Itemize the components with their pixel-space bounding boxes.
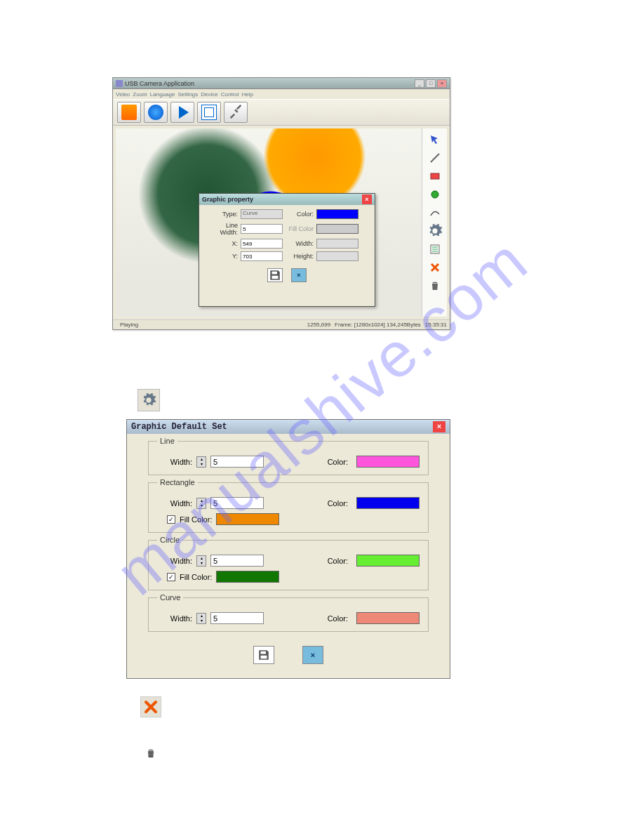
play-icon [179, 106, 189, 119]
property-close-button[interactable]: × [362, 194, 372, 204]
default-close-button[interactable]: × [433, 421, 445, 432]
circle-width-spinner[interactable]: ▴▾ [196, 555, 206, 567]
floppy-icon [269, 269, 281, 282]
curve-width-input[interactable] [210, 612, 264, 624]
color-swatch[interactable] [316, 209, 358, 219]
rectangle-fill-checkbox[interactable]: ✓ [167, 515, 175, 524]
rectangle-width-spinner[interactable]: ▴▾ [196, 498, 206, 509]
rectangle-width-input[interactable] [210, 497, 264, 509]
minimize-button[interactable]: _ [415, 79, 424, 88]
menu-settings[interactable]: Settings [177, 91, 198, 98]
preview-area[interactable]: Graphic property × Type: Curve Color: Li… [116, 128, 422, 317]
circle-fill-checkbox[interactable]: ✓ [167, 573, 175, 581]
table-icon [201, 105, 217, 120]
rectangle-color-swatch[interactable] [356, 497, 420, 509]
width-label: Width: [286, 240, 314, 247]
properties-tool-button[interactable] [427, 242, 443, 256]
menu-language[interactable]: Language [150, 91, 175, 98]
toolbar-table-button[interactable] [197, 102, 221, 123]
titlebar: USB Camera Application _ □ × [113, 78, 450, 89]
line-fieldset: Line Width: ▴▾ Color: [148, 441, 429, 475]
fillcolor-swatch [316, 224, 358, 234]
status-playing: Playing [120, 322, 138, 328]
curve-tool-button[interactable] [427, 206, 443, 220]
line-color-label: Color: [328, 458, 348, 466]
menu-zoom[interactable]: Zoom [133, 91, 147, 98]
line-tool-button[interactable] [427, 151, 443, 165]
maximize-button[interactable]: □ [426, 79, 436, 88]
rectangle-tool-button[interactable] [427, 169, 443, 183]
x-icon [143, 699, 159, 715]
rectangle-fill-swatch[interactable] [216, 513, 279, 525]
linewidth-input[interactable] [241, 224, 283, 234]
line-width-input[interactable] [210, 456, 264, 468]
curve-color-swatch[interactable] [356, 612, 420, 624]
curve-icon [429, 207, 441, 218]
type-field: Curve [241, 209, 283, 219]
height-input [316, 251, 358, 261]
default-save-button[interactable] [253, 646, 274, 664]
curve-width-spinner[interactable]: ▴▾ [196, 613, 206, 624]
property-title: Graphic property [202, 196, 253, 203]
y-input[interactable] [241, 251, 283, 261]
toolbar-record-button[interactable] [144, 102, 168, 123]
line-width-label: Width: [157, 458, 192, 466]
circle-fieldset: Circle Width: ▴▾ Color: ✓ Fill Color: [148, 540, 429, 590]
rectangle-legend: Rectangle [157, 478, 198, 486]
video-icon [148, 105, 163, 120]
svg-point-1 [431, 191, 438, 198]
close-button[interactable]: × [437, 79, 447, 88]
status-coords: 1255,699 [307, 322, 330, 328]
gear-button-example [137, 389, 160, 411]
circle-color-swatch[interactable] [356, 555, 420, 567]
trash-icon [145, 746, 156, 760]
camera-icon [121, 105, 137, 120]
line-legend: Line [157, 437, 177, 445]
circle-fill-swatch[interactable] [216, 571, 279, 583]
menu-video[interactable]: Video [116, 91, 130, 98]
delete-tool-button[interactable] [427, 260, 443, 274]
trash-icon [429, 279, 441, 293]
curve-legend: Curve [157, 593, 183, 602]
property-titlebar: Graphic property × [199, 194, 375, 205]
gear-icon [427, 223, 443, 239]
menu-help[interactable]: Help [242, 91, 253, 98]
settings-tool-button[interactable] [427, 224, 443, 238]
menubar: Video Zoom Language Settings Device Cont… [113, 89, 450, 99]
circle-width-label: Width: [157, 557, 192, 565]
circle-tool-button[interactable] [427, 187, 443, 201]
default-cancel-button[interactable]: × [302, 646, 323, 664]
circle-fill-label: Fill Color: [180, 573, 212, 581]
app-window: USB Camera Application _ □ × Video Zoom … [112, 77, 450, 330]
circle-width-input[interactable] [210, 555, 264, 567]
toolbar-capture-button[interactable] [117, 102, 141, 123]
height-label: Height: [286, 253, 314, 260]
app-icon [116, 80, 123, 87]
trash-button-example [143, 744, 159, 762]
status-time: 15:35:31 [425, 322, 447, 328]
default-title: Graphic Default Set [131, 422, 227, 432]
rectangle-width-label: Width: [157, 499, 192, 508]
rectangle-icon [429, 171, 441, 182]
property-cancel-button[interactable]: × [291, 268, 307, 282]
toolbar-tools-button[interactable] [224, 102, 248, 123]
menu-device[interactable]: Device [201, 91, 217, 98]
list-icon [429, 244, 441, 255]
curve-width-label: Width: [157, 614, 192, 623]
line-icon [429, 152, 441, 164]
rectangle-color-label: Color: [328, 499, 348, 508]
graphic-property-dialog: Graphic property × Type: Curve Color: Li… [199, 193, 375, 307]
property-save-button[interactable] [267, 268, 283, 282]
toolbar-play-button[interactable] [170, 102, 194, 123]
cursor-tool-button[interactable] [427, 133, 443, 147]
x-input[interactable] [241, 239, 283, 249]
trash-tool-button[interactable] [427, 279, 443, 293]
delete-button-example [140, 696, 161, 717]
curve-color-label: Color: [328, 614, 348, 623]
menu-control[interactable]: Control [221, 91, 239, 98]
statusbar: Playing 1255,699 Frame: [1280x1024] 134,… [113, 319, 450, 329]
rectangle-fieldset: Rectangle Width: ▴▾ Color: ✓ Fill Color: [148, 482, 429, 533]
line-width-spinner[interactable]: ▴▾ [196, 456, 206, 468]
width-input [316, 239, 358, 249]
line-color-swatch[interactable] [356, 456, 420, 468]
